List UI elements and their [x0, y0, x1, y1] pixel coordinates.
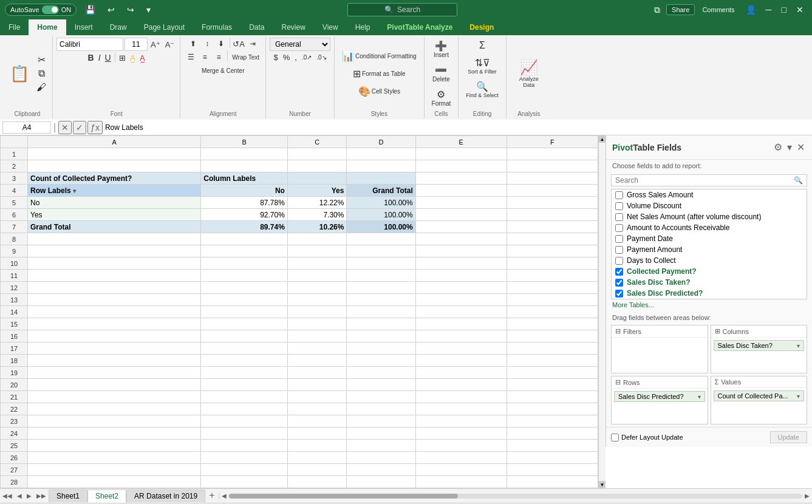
cell-11-3[interactable] — [347, 270, 415, 282]
cell-21-2[interactable] — [287, 391, 347, 403]
cell-1-1[interactable] — [201, 148, 288, 160]
row-header-19[interactable]: 19 — [1, 367, 28, 379]
pivot-tag-sales-disc-predicted[interactable]: Sales Disc Predicted? ▾ — [614, 391, 705, 402]
font-size-input[interactable] — [125, 38, 148, 51]
cell-10-5[interactable] — [507, 257, 598, 270]
cell-4-2[interactable]: Yes — [287, 185, 347, 197]
sheet-nav-next[interactable]: ▶ — [24, 491, 34, 500]
cell-16-2[interactable] — [287, 330, 347, 342]
row-header-28[interactable]: 28 — [1, 476, 28, 488]
cell-5-2[interactable]: 12.22% — [287, 197, 347, 209]
cell-18-3[interactable] — [347, 355, 415, 367]
row-header-10[interactable]: 10 — [1, 257, 28, 270]
cell-10-0[interactable] — [28, 257, 201, 270]
cell-1-4[interactable] — [415, 148, 507, 160]
cell-24-3[interactable] — [347, 427, 415, 440]
cell-styles-btn[interactable]: 🎨 Cell Styles — [355, 83, 404, 100]
cell-13-5[interactable] — [507, 294, 598, 306]
cell-12-3[interactable] — [347, 282, 415, 294]
cell-4-5[interactable] — [507, 185, 598, 197]
cell-1-2[interactable] — [287, 148, 347, 160]
undo-btn[interactable]: ↩ — [104, 4, 118, 16]
cell-24-1[interactable] — [201, 427, 288, 440]
pivot-field-checkbox-8[interactable] — [615, 279, 623, 287]
cell-2-4[interactable] — [415, 160, 507, 172]
col-header-c[interactable]: C — [287, 136, 347, 148]
restore-btn[interactable]: ⧉ — [650, 4, 664, 16]
col-header-e[interactable]: E — [415, 136, 507, 148]
cell-18-5[interactable] — [507, 355, 598, 367]
cell-17-2[interactable] — [287, 342, 347, 355]
cell-20-2[interactable] — [287, 379, 347, 391]
cell-1-3[interactable] — [347, 148, 415, 160]
cell-18-2[interactable] — [287, 355, 347, 367]
minimize-btn[interactable]: ─ — [762, 4, 776, 16]
grid-area[interactable]: A B C D E F 123Count of Collected Paymen… — [0, 135, 598, 488]
cell-19-1[interactable] — [201, 367, 288, 379]
cell-8-3[interactable] — [347, 233, 415, 245]
cell-15-5[interactable] — [507, 318, 598, 330]
cell-24-2[interactable] — [287, 427, 347, 440]
cell-18-1[interactable] — [201, 355, 288, 367]
cell-4-0[interactable]: Row Labels ▾ — [28, 185, 201, 197]
cell-15-2[interactable] — [287, 318, 347, 330]
row-header-25[interactable]: 25 — [1, 440, 28, 452]
cell-21-4[interactable] — [415, 391, 507, 403]
cell-12-5[interactable] — [507, 282, 598, 294]
cell-23-5[interactable] — [507, 415, 598, 427]
cell-9-4[interactable] — [415, 245, 507, 257]
tab-draw[interactable]: Draw — [101, 19, 135, 35]
cell-9-1[interactable] — [201, 245, 288, 257]
bold-btn[interactable]: B — [86, 52, 96, 63]
cell-1-0[interactable] — [28, 148, 201, 160]
pivot-field-item-9[interactable]: Sales Disc Predicted? — [612, 288, 807, 299]
cell-23-4[interactable] — [415, 415, 507, 427]
cell-27-1[interactable] — [201, 464, 288, 476]
cell-16-3[interactable] — [347, 330, 415, 342]
indent-btn[interactable]: ⇥ — [246, 38, 259, 50]
pivot-search-box[interactable]: 🔍 — [611, 174, 807, 186]
format-table-btn[interactable]: ⊞ Format as Table — [349, 66, 409, 82]
cell-11-0[interactable] — [28, 270, 201, 282]
cell-3-4[interactable] — [415, 172, 507, 185]
cell-6-1[interactable]: 92.70% — [201, 209, 288, 221]
col-header-a[interactable]: A — [28, 136, 201, 148]
align-top-btn[interactable]: ⬆ — [186, 38, 200, 50]
tab-help[interactable]: Help — [347, 19, 379, 35]
autosave-badge[interactable]: AutoSave ON — [5, 4, 77, 16]
cell-6-5[interactable] — [507, 209, 598, 221]
row-header-11[interactable]: 11 — [1, 270, 28, 282]
pivot-field-checkbox-9[interactable] — [615, 290, 623, 298]
align-right-btn[interactable]: ≡ — [212, 51, 225, 63]
pivot-field-checkbox-2[interactable] — [615, 213, 623, 221]
tab-review[interactable]: Review — [273, 19, 313, 35]
tab-insert[interactable]: Insert — [66, 19, 101, 35]
cell-2-3[interactable] — [347, 160, 415, 172]
row-header-12[interactable]: 12 — [1, 282, 28, 294]
cell-6-0[interactable]: Yes — [28, 209, 201, 221]
cell-26-4[interactable] — [415, 452, 507, 464]
cell-24-0[interactable] — [28, 427, 201, 440]
cell-15-3[interactable] — [347, 318, 415, 330]
tab-page-layout[interactable]: Page Layout — [135, 19, 193, 35]
pivot-field-checkbox-6[interactable] — [615, 257, 623, 265]
cell-23-1[interactable] — [201, 415, 288, 427]
cell-17-5[interactable] — [507, 342, 598, 355]
format-painter-button[interactable]: 🖌 — [34, 81, 49, 94]
redo-btn[interactable]: ↪ — [123, 4, 138, 16]
pivot-field-checkbox-5[interactable] — [615, 246, 623, 254]
pivot-field-item-8[interactable]: Sales Disc Taken? — [612, 277, 807, 288]
tab-file[interactable]: File — [0, 19, 29, 35]
cell-reference-input[interactable] — [2, 121, 51, 134]
cell-15-0[interactable] — [28, 318, 201, 330]
cell-14-0[interactable] — [28, 306, 201, 318]
insert-function-btn[interactable]: ƒx — [87, 121, 103, 134]
decimal-decrease-btn[interactable]: .0↘ — [315, 53, 328, 61]
cell-6-2[interactable]: 7.30% — [287, 209, 347, 221]
cell-15-4[interactable] — [415, 318, 507, 330]
cell-21-3[interactable] — [347, 391, 415, 403]
cell-7-1[interactable]: 89.74% — [201, 221, 288, 233]
cell-10-3[interactable] — [347, 257, 415, 270]
cell-11-1[interactable] — [201, 270, 288, 282]
cell-10-4[interactable] — [415, 257, 507, 270]
